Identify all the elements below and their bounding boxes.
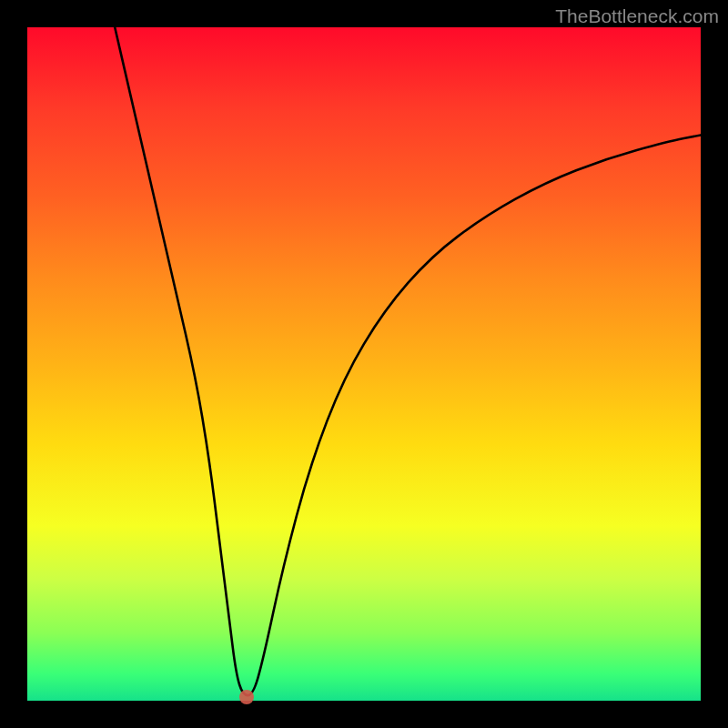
bottleneck-curve bbox=[115, 27, 701, 695]
plot-area bbox=[27, 27, 701, 701]
curve-svg bbox=[27, 27, 701, 701]
watermark-text: TheBottleneck.com bbox=[555, 5, 719, 27]
optimum-marker-dot bbox=[239, 690, 254, 704]
chart-frame: TheBottleneck.com bbox=[0, 0, 728, 728]
